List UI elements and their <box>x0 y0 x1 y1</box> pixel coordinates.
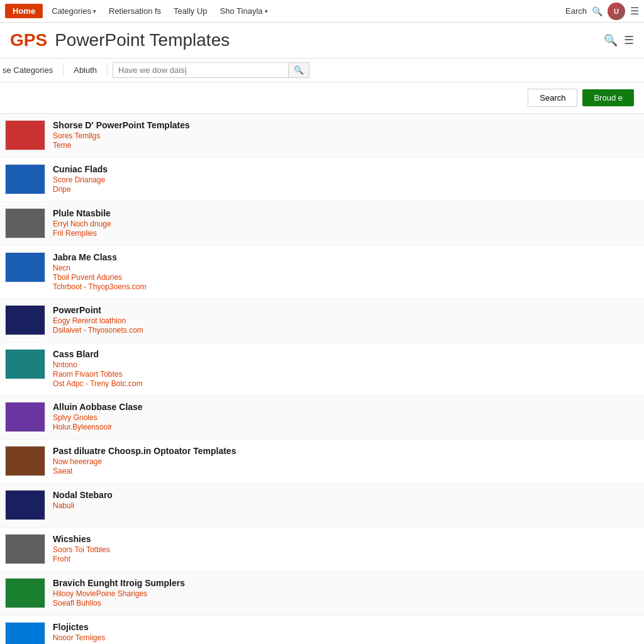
list-item[interactable]: Plule NtasbileErryl Noch dnugeFril Rempl… <box>0 202 644 246</box>
result-title: PowerPoint <box>53 305 639 315</box>
result-thumbnail <box>5 446 45 476</box>
list-item[interactable]: Jabra Me ClassNecnTboil Puvent AduriesTc… <box>0 246 644 299</box>
list-item[interactable]: Bravich Eunght Itroig SumplersHilooy Mov… <box>0 572 644 616</box>
result-info: FlojictesNooor TemiigesTom <box>53 622 639 644</box>
result-meta-1: Now heeerage <box>53 457 639 466</box>
nav-right-section: Earch 🔍 U ☰ <box>565 3 639 20</box>
list-item[interactable]: Cass BlardNntonoRaom Fivaort TobtesOst A… <box>0 343 644 396</box>
top-navigation: Home Categories ▾ Retiersation fs Teally… <box>0 0 644 23</box>
about-nav[interactable]: Abluth <box>64 63 108 77</box>
list-item[interactable]: Past diluatre Choosp.in Optoator Templat… <box>0 440 644 484</box>
result-meta-3: Ost Adpc - Treny Botc.com <box>53 379 639 388</box>
result-meta-1: Hilooy MoviePoine Shariges <box>53 589 639 598</box>
page-title: PowerPoint Templates <box>55 30 230 50</box>
list-item[interactable]: WicshiesSoors Toi TotblesFroht <box>0 528 644 572</box>
menu-icon[interactable]: ☰ <box>630 5 639 17</box>
result-meta-2: Dripe <box>53 185 639 194</box>
result-thumbnail <box>5 622 45 644</box>
result-meta-2: Raom Fivaort Tobtes <box>53 370 639 379</box>
result-meta-1: Erryl Noch dnuge <box>53 219 639 228</box>
result-thumbnail <box>5 164 45 194</box>
result-title: Cass Blard <box>53 349 639 359</box>
result-meta-2: Froht <box>53 555 639 564</box>
list-item[interactable]: Cuniac FladsScore DrianageDripe <box>0 158 644 202</box>
result-meta-1: Nntono <box>53 360 639 369</box>
result-meta-1: Nabuli <box>53 501 639 510</box>
search-input[interactable] <box>113 62 289 78</box>
result-info: Past diluatre Choosp.in Optoator Templat… <box>53 446 639 476</box>
result-thumbnail <box>5 490 45 520</box>
sub-nav-search-form: 🔍 <box>113 62 309 78</box>
result-meta-1: Soors Toi Totbles <box>53 545 639 554</box>
search-nav-label: Earch <box>565 6 587 16</box>
result-title: Alluin Aobbase Clase <box>53 402 639 412</box>
page-header: GPS PowerPoint Templates 🔍 ☰ <box>0 23 644 58</box>
result-meta-3: Tchrboot - Thyop3oens.com <box>53 282 639 291</box>
result-meta-1: Splvy Gnoles <box>53 413 639 422</box>
list-item[interactable]: Shorse D' PowerPoint TemplatesSores Teml… <box>0 114 644 158</box>
home-nav-item[interactable]: Home <box>5 4 43 18</box>
result-info: Cass BlardNntonoRaom Fivaort TobtesOst A… <box>53 349 639 389</box>
result-meta-1: Score Drianage <box>53 175 639 184</box>
result-title: Plule Ntasbile <box>53 208 639 218</box>
search-icon[interactable]: 🔍 <box>592 6 602 16</box>
gps-logo: GPS <box>10 30 47 50</box>
list-item[interactable]: FlojictesNooor TemiigesTom <box>0 616 644 644</box>
result-thumbnail <box>5 208 45 238</box>
result-thumbnail <box>5 402 45 432</box>
sho-tinayla-nav-item[interactable]: Sho Tinayla ▾ <box>214 4 274 18</box>
results-list: Shorse D' PowerPoint TemplatesSores Teml… <box>0 114 644 644</box>
result-meta-2: Soeafl Buhlios <box>53 599 639 608</box>
result-meta-2: Dsilaivet - Thyosonets.com <box>53 326 639 335</box>
result-info: WicshiesSoors Toi TotblesFroht <box>53 534 639 564</box>
result-info: Cuniac FladsScore DrianageDripe <box>53 164 639 194</box>
result-info: Bravich Eunght Itroig SumplersHilooy Mov… <box>53 578 639 608</box>
result-meta-2: Holur.Byleensooir <box>53 423 639 431</box>
result-meta-2: Tboil Puvent Aduries <box>53 273 639 282</box>
browse-button[interactable]: Broud e <box>582 89 634 106</box>
result-info: Nodal StebaroNabuli <box>53 490 639 511</box>
result-meta-1: Necn <box>53 264 639 272</box>
result-thumbnail <box>5 349 45 379</box>
search-submit-button[interactable]: 🔍 <box>289 62 309 78</box>
retiersation-nav-item[interactable]: Retiersation fs <box>103 4 167 18</box>
browse-categories-nav[interactable]: se Categories <box>0 63 64 77</box>
avatar[interactable]: U <box>608 3 625 20</box>
result-info: Alluin Aobbase ClaseSplvy GnolesHolur.By… <box>53 402 639 432</box>
header-actions: 🔍 ☰ <box>604 33 634 47</box>
action-bar: Search Broud e <box>0 82 644 114</box>
search-button[interactable]: Search <box>528 89 577 107</box>
result-info: Jabra Me ClassNecnTboil Puvent AduriesTc… <box>53 252 639 292</box>
result-title: Nodal Stebaro <box>53 490 639 500</box>
result-meta-1: Eogy Rererot loathion <box>53 316 639 325</box>
result-info: PowerPointEogy Rererot loathionDsilaivet… <box>53 305 639 335</box>
result-info: Plule NtasbileErryl Noch dnugeFril Rempl… <box>53 208 639 238</box>
chevron-down-icon: ▾ <box>265 8 268 14</box>
result-info: Shorse D' PowerPoint TemplatesSores Teml… <box>53 120 639 150</box>
search-header-icon[interactable]: 🔍 <box>604 33 618 47</box>
result-thumbnail <box>5 578 45 608</box>
result-thumbnail <box>5 534 45 564</box>
result-meta-2: Fril Remplies <box>53 229 639 238</box>
result-meta-2: Teme <box>53 141 639 150</box>
chevron-down-icon: ▾ <box>93 8 96 14</box>
result-title: Bravich Eunght Itroig Sumplers <box>53 578 639 588</box>
result-title: Jabra Me Class <box>53 252 639 262</box>
list-item[interactable]: PowerPointEogy Rererot loathionDsilaivet… <box>0 299 644 343</box>
list-item[interactable]: Nodal StebaroNabuli <box>0 484 644 528</box>
result-title: Shorse D' PowerPoint Templates <box>53 120 639 130</box>
list-view-icon[interactable]: ☰ <box>624 33 634 47</box>
result-title: Wicshies <box>53 534 639 544</box>
categories-nav-item[interactable]: Categories ▾ <box>45 4 103 18</box>
result-meta-1: Sores Temllgs <box>53 131 639 140</box>
sub-navigation: se Categories Abluth 🔍 <box>0 58 644 82</box>
result-title: Past diluatre Choosp.in Optoator Templat… <box>53 446 639 456</box>
result-meta-2: Saeat <box>53 467 639 475</box>
teally-up-nav-item[interactable]: Teally Up <box>167 4 213 18</box>
list-item[interactable]: Alluin Aobbase ClaseSplvy GnolesHolur.By… <box>0 396 644 440</box>
result-title: Cuniac Flads <box>53 164 639 174</box>
result-title: Flojictes <box>53 622 639 632</box>
result-thumbnail <box>5 120 45 150</box>
result-thumbnail <box>5 252 45 282</box>
result-thumbnail <box>5 305 45 335</box>
